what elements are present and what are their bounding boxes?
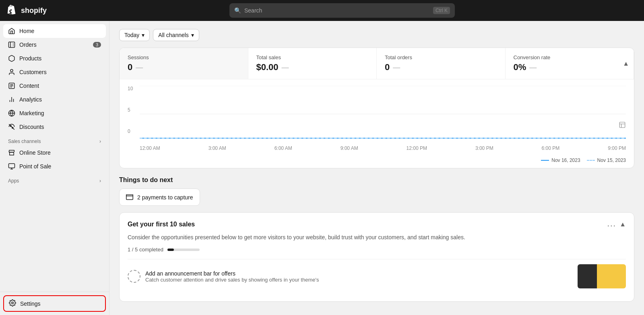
period-label: Today bbox=[124, 32, 139, 38]
marketing-icon bbox=[8, 110, 15, 117]
sidebar-pos-label: Point of Sale bbox=[19, 163, 51, 170]
stats-collapse-button[interactable]: ▲ bbox=[623, 60, 629, 67]
period-filter[interactable]: Today ▾ bbox=[119, 29, 150, 41]
payment-capture-icon bbox=[126, 193, 133, 201]
x-label-1: 3:00 AM bbox=[208, 145, 226, 151]
pos-icon bbox=[8, 163, 15, 170]
sidebar-item-orders[interactable]: Orders 3 bbox=[3, 38, 106, 52]
total-orders-value: 0 — bbox=[385, 62, 497, 73]
dots-menu-icon[interactable]: ··· bbox=[607, 221, 616, 230]
sidebar-analytics-label: Analytics bbox=[19, 96, 42, 103]
sales-channels-label: Sales channels bbox=[8, 139, 41, 144]
stats-card: Sessions 0 — Total sales $0.00 — T bbox=[119, 48, 634, 168]
settings-button[interactable]: Settings bbox=[3, 295, 106, 312]
sidebar-marketing-label: Marketing bbox=[19, 110, 44, 116]
legend-nov15: Nov 15, 2023 bbox=[587, 158, 626, 163]
search-shortcut: Ctrl K bbox=[433, 7, 450, 14]
sales-channels-section: Sales channels › bbox=[3, 134, 106, 146]
sidebar-item-analytics[interactable]: Analytics bbox=[3, 93, 106, 106]
progress-row: 1 / 5 completed bbox=[128, 247, 626, 253]
sidebar-item-online-store[interactable]: Online Store bbox=[3, 146, 106, 160]
task-circle-icon bbox=[128, 270, 140, 283]
chart-y-label-0: 0 bbox=[128, 128, 133, 134]
svg-rect-6 bbox=[9, 164, 15, 168]
stat-total-orders[interactable]: Total orders 0 — bbox=[377, 48, 506, 79]
payment-capture-label: 2 payments to capture bbox=[137, 194, 193, 201]
conversion-rate-dash: — bbox=[529, 63, 537, 72]
analytics-icon bbox=[8, 96, 15, 103]
sales-card-actions: ··· ▲ bbox=[607, 221, 626, 230]
sessions-label: Sessions bbox=[128, 54, 240, 60]
svg-rect-0 bbox=[9, 42, 15, 48]
sales-card: Get your first 10 sales ··· ▲ Consider t… bbox=[119, 212, 634, 302]
sessions-value: 0 — bbox=[128, 62, 240, 73]
collapse-card-button[interactable]: ▲ bbox=[619, 221, 626, 230]
shopify-logo: shopify bbox=[6, 5, 47, 16]
sidebar-content-label: Content bbox=[19, 83, 39, 89]
chart-y-labels: 10 5 0 bbox=[128, 86, 133, 134]
sidebar-online-store-label: Online Store bbox=[19, 149, 51, 156]
chart-svg bbox=[140, 86, 626, 142]
orders-icon bbox=[8, 41, 15, 48]
legend-nov16-label: Nov 16, 2023 bbox=[551, 158, 580, 163]
x-label-0: 12:00 AM bbox=[140, 145, 160, 151]
sidebar-item-content[interactable]: Content bbox=[3, 79, 106, 93]
task-item[interactable]: Add an announcement bar for offers Catch… bbox=[128, 259, 626, 293]
channel-label: All channels bbox=[158, 32, 189, 38]
sidebar-orders-label: Orders bbox=[19, 41, 37, 48]
period-chevron-icon: ▾ bbox=[142, 32, 144, 38]
stat-sessions[interactable]: Sessions 0 — bbox=[120, 48, 248, 79]
conversion-rate-label: Conversion rate bbox=[514, 54, 626, 60]
svg-point-1 bbox=[10, 69, 13, 72]
sidebar-item-customers[interactable]: Customers bbox=[3, 65, 106, 79]
apps-label: Apps bbox=[8, 178, 19, 184]
orders-badge: 3 bbox=[93, 42, 101, 48]
sidebar-item-point-of-sale[interactable]: Point of Sale bbox=[3, 160, 106, 173]
legend-line-dashed bbox=[587, 160, 595, 161]
stat-total-sales[interactable]: Total sales $0.00 — bbox=[248, 48, 377, 79]
svg-rect-13 bbox=[619, 122, 625, 128]
export-icon[interactable] bbox=[619, 121, 626, 130]
chart-area: 10 5 0 1 bbox=[120, 79, 634, 154]
filters-row: Today ▾ All channels ▾ bbox=[119, 29, 634, 41]
legend-line-solid bbox=[541, 160, 549, 161]
sales-channels-chevron[interactable]: › bbox=[99, 139, 101, 144]
sales-card-description: Consider the opportunities presented bel… bbox=[128, 233, 626, 242]
sidebar-products-label: Products bbox=[19, 55, 41, 62]
sidebar-nav: Home Orders 3 Products bbox=[0, 21, 109, 292]
search-placeholder: Search bbox=[244, 7, 262, 14]
sidebar-item-products[interactable]: Products bbox=[3, 52, 106, 65]
task-preview-image bbox=[578, 264, 626, 288]
total-orders-dash: — bbox=[393, 63, 400, 72]
payment-capture-button[interactable]: 2 payments to capture bbox=[119, 189, 200, 206]
sales-card-header: Get your first 10 sales ··· ▲ bbox=[128, 221, 626, 230]
progress-bar-bg bbox=[167, 249, 200, 251]
chart-legend: Nov 16, 2023 Nov 15, 2023 bbox=[120, 154, 634, 168]
progress-bar-fill bbox=[167, 249, 174, 251]
x-label-2: 6:00 AM bbox=[275, 145, 292, 151]
channel-chevron-icon: ▾ bbox=[191, 32, 194, 38]
x-label-5: 3:00 PM bbox=[475, 145, 493, 151]
sidebar: Home Orders 3 Products bbox=[0, 21, 109, 315]
total-sales-value: $0.00 — bbox=[256, 62, 369, 73]
search-bar[interactable]: 🔍 Search Ctrl K bbox=[229, 3, 455, 18]
sidebar-customers-label: Customers bbox=[19, 69, 47, 75]
sidebar-item-marketing[interactable]: Marketing bbox=[3, 106, 106, 120]
sales-card-title: Get your first 10 sales bbox=[128, 221, 195, 228]
stat-conversion-rate[interactable]: Conversion rate 0% — bbox=[506, 48, 634, 79]
main-content: Today ▾ All channels ▾ Sessions 0 — bbox=[109, 21, 644, 315]
sidebar-footer: Settings bbox=[0, 292, 109, 315]
chart-y-label-10: 10 bbox=[128, 86, 133, 91]
sidebar-home-label: Home bbox=[19, 28, 34, 34]
sidebar-item-discounts[interactable]: Discounts bbox=[3, 120, 106, 134]
task-subtitle: Catch customer attention and drive sales… bbox=[145, 277, 319, 283]
channel-filter[interactable]: All channels ▾ bbox=[153, 29, 199, 41]
x-label-7: 9:00 PM bbox=[608, 145, 626, 151]
task-title: Add an announcement bar for offers bbox=[145, 270, 319, 277]
chart-y-label-5: 5 bbox=[128, 107, 133, 113]
total-orders-label: Total orders bbox=[385, 54, 497, 60]
things-to-do-title: Things to do next bbox=[119, 176, 634, 184]
legend-nov16: Nov 16, 2023 bbox=[541, 158, 580, 163]
sidebar-item-home[interactable]: Home bbox=[3, 24, 106, 38]
apps-chevron[interactable]: › bbox=[99, 178, 101, 184]
